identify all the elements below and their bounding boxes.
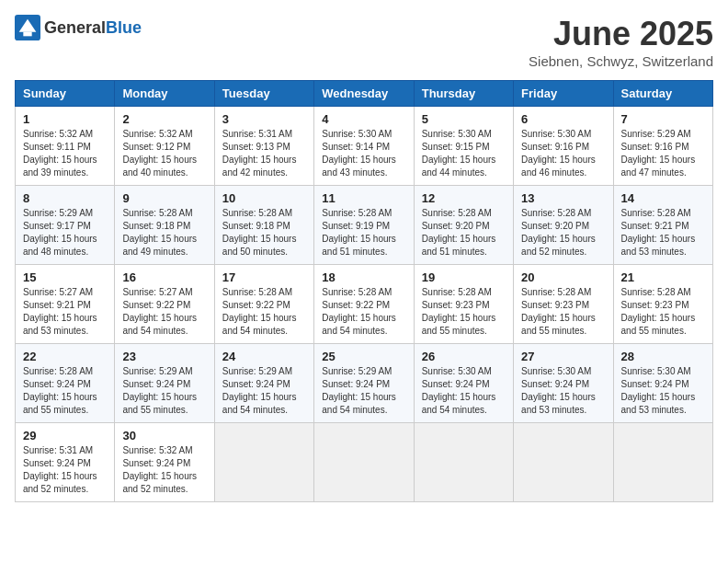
- calendar-cell: 25Sunrise: 5:29 AM Sunset: 9:24 PM Dayli…: [314, 344, 414, 423]
- day-number: 8: [23, 191, 107, 205]
- day-info: Sunrise: 5:31 AM Sunset: 9:24 PM Dayligh…: [23, 444, 107, 496]
- day-info: Sunrise: 5:32 AM Sunset: 9:12 PM Dayligh…: [122, 128, 206, 179]
- day-info: Sunrise: 5:28 AM Sunset: 9:19 PM Dayligh…: [322, 207, 405, 259]
- day-info: Sunrise: 5:27 AM Sunset: 9:21 PM Dayligh…: [23, 286, 107, 338]
- title-area: June 2025 Siebnen, Schwyz, Switzerland: [529, 15, 713, 69]
- day-info: Sunrise: 5:28 AM Sunset: 9:23 PM Dayligh…: [621, 286, 705, 338]
- day-number: 4: [322, 112, 405, 126]
- day-number: 2: [122, 112, 206, 126]
- day-info: Sunrise: 5:30 AM Sunset: 9:14 PM Dayligh…: [322, 128, 405, 179]
- day-number: 16: [122, 270, 206, 284]
- calendar-cell: 29Sunrise: 5:31 AM Sunset: 9:24 PM Dayli…: [16, 423, 115, 502]
- weekday-header-thursday: Thursday: [414, 81, 513, 107]
- day-info: Sunrise: 5:28 AM Sunset: 9:21 PM Dayligh…: [621, 207, 705, 259]
- weekday-header-friday: Friday: [514, 81, 613, 107]
- day-number: 21: [621, 270, 705, 284]
- day-number: 25: [322, 350, 405, 363]
- day-info: Sunrise: 5:28 AM Sunset: 9:22 PM Dayligh…: [322, 286, 405, 338]
- day-number: 19: [422, 270, 506, 284]
- day-number: 14: [621, 191, 705, 205]
- calendar-cell: 16Sunrise: 5:27 AM Sunset: 9:22 PM Dayli…: [115, 265, 214, 344]
- day-info: Sunrise: 5:32 AM Sunset: 9:24 PM Dayligh…: [122, 444, 206, 496]
- calendar-week-row: 29Sunrise: 5:31 AM Sunset: 9:24 PM Dayli…: [16, 423, 713, 502]
- day-number: 9: [122, 191, 206, 205]
- svg-rect-2: [23, 32, 31, 37]
- day-info: Sunrise: 5:29 AM Sunset: 9:24 PM Dayligh…: [222, 365, 306, 417]
- calendar-cell: 26Sunrise: 5:30 AM Sunset: 9:24 PM Dayli…: [414, 344, 513, 423]
- day-number: 13: [521, 191, 605, 205]
- calendar-cell: 24Sunrise: 5:29 AM Sunset: 9:24 PM Dayli…: [214, 344, 313, 423]
- day-number: 22: [23, 350, 107, 363]
- day-info: Sunrise: 5:30 AM Sunset: 9:16 PM Dayligh…: [521, 128, 605, 179]
- month-title: June 2025: [529, 15, 713, 53]
- day-number: 15: [23, 270, 107, 284]
- day-number: 28: [621, 350, 705, 363]
- day-info: Sunrise: 5:30 AM Sunset: 9:15 PM Dayligh…: [422, 128, 506, 179]
- day-info: Sunrise: 5:31 AM Sunset: 9:13 PM Dayligh…: [222, 128, 306, 179]
- weekday-header-tuesday: Tuesday: [214, 81, 313, 107]
- calendar-cell: 7Sunrise: 5:29 AM Sunset: 9:16 PM Daylig…: [613, 107, 712, 186]
- calendar-cell: 5Sunrise: 5:30 AM Sunset: 9:15 PM Daylig…: [414, 107, 513, 186]
- day-number: 18: [322, 270, 405, 284]
- location-title: Siebnen, Schwyz, Switzerland: [529, 53, 713, 69]
- day-info: Sunrise: 5:30 AM Sunset: 9:24 PM Dayligh…: [521, 365, 605, 417]
- day-info: Sunrise: 5:32 AM Sunset: 9:11 PM Dayligh…: [23, 128, 107, 179]
- calendar-cell: 18Sunrise: 5:28 AM Sunset: 9:22 PM Dayli…: [314, 265, 414, 344]
- day-number: 29: [23, 429, 107, 442]
- day-number: 3: [222, 112, 306, 126]
- day-info: Sunrise: 5:28 AM Sunset: 9:23 PM Dayligh…: [521, 286, 605, 338]
- logo: GeneralBlue: [15, 15, 142, 40]
- calendar-cell: 15Sunrise: 5:27 AM Sunset: 9:21 PM Dayli…: [16, 265, 115, 344]
- day-info: Sunrise: 5:28 AM Sunset: 9:18 PM Dayligh…: [222, 207, 306, 259]
- day-number: 6: [521, 112, 605, 126]
- logo-text: GeneralBlue: [44, 18, 142, 38]
- calendar-cell: 30Sunrise: 5:32 AM Sunset: 9:24 PM Dayli…: [115, 423, 214, 502]
- day-info: Sunrise: 5:29 AM Sunset: 9:16 PM Dayligh…: [621, 128, 705, 179]
- calendar-cell: [214, 423, 313, 502]
- day-number: 7: [621, 112, 705, 126]
- day-number: 30: [122, 429, 206, 442]
- calendar-cell: 10Sunrise: 5:28 AM Sunset: 9:18 PM Dayli…: [214, 186, 313, 265]
- day-info: Sunrise: 5:27 AM Sunset: 9:22 PM Dayligh…: [122, 286, 206, 338]
- day-number: 27: [521, 350, 605, 363]
- calendar-cell: 9Sunrise: 5:28 AM Sunset: 9:18 PM Daylig…: [115, 186, 214, 265]
- calendar-cell: 8Sunrise: 5:29 AM Sunset: 9:17 PM Daylig…: [16, 186, 115, 265]
- day-number: 20: [521, 270, 605, 284]
- day-info: Sunrise: 5:28 AM Sunset: 9:22 PM Dayligh…: [222, 286, 306, 338]
- calendar-cell: 17Sunrise: 5:28 AM Sunset: 9:22 PM Dayli…: [214, 265, 313, 344]
- weekday-header-monday: Monday: [115, 81, 214, 107]
- weekday-header-row: SundayMondayTuesdayWednesdayThursdayFrid…: [16, 81, 713, 107]
- day-number: 10: [222, 191, 306, 205]
- calendar-week-row: 8Sunrise: 5:29 AM Sunset: 9:17 PM Daylig…: [16, 186, 713, 265]
- day-info: Sunrise: 5:29 AM Sunset: 9:24 PM Dayligh…: [322, 365, 405, 417]
- day-number: 12: [422, 191, 506, 205]
- weekday-header-wednesday: Wednesday: [314, 81, 414, 107]
- calendar-cell: 27Sunrise: 5:30 AM Sunset: 9:24 PM Dayli…: [514, 344, 613, 423]
- day-info: Sunrise: 5:29 AM Sunset: 9:17 PM Dayligh…: [23, 207, 107, 259]
- calendar-cell: 13Sunrise: 5:28 AM Sunset: 9:20 PM Dayli…: [514, 186, 613, 265]
- calendar-cell: 28Sunrise: 5:30 AM Sunset: 9:24 PM Dayli…: [613, 344, 712, 423]
- day-number: 26: [422, 350, 506, 363]
- weekday-header-saturday: Saturday: [613, 81, 712, 107]
- logo-general: General: [44, 18, 106, 37]
- day-number: 11: [322, 191, 405, 205]
- day-number: 24: [222, 350, 306, 363]
- weekday-header-sunday: Sunday: [16, 81, 115, 107]
- calendar-week-row: 1Sunrise: 5:32 AM Sunset: 9:11 PM Daylig…: [16, 107, 713, 186]
- calendar-cell: 3Sunrise: 5:31 AM Sunset: 9:13 PM Daylig…: [214, 107, 313, 186]
- day-info: Sunrise: 5:28 AM Sunset: 9:24 PM Dayligh…: [23, 365, 107, 417]
- calendar-week-row: 22Sunrise: 5:28 AM Sunset: 9:24 PM Dayli…: [16, 344, 713, 423]
- day-info: Sunrise: 5:29 AM Sunset: 9:24 PM Dayligh…: [122, 365, 206, 417]
- header: GeneralBlue June 2025 Siebnen, Schwyz, S…: [15, 15, 713, 69]
- calendar-cell: 20Sunrise: 5:28 AM Sunset: 9:23 PM Dayli…: [514, 265, 613, 344]
- calendar-cell: 19Sunrise: 5:28 AM Sunset: 9:23 PM Dayli…: [414, 265, 513, 344]
- calendar-cell: [613, 423, 712, 502]
- calendar-cell: 6Sunrise: 5:30 AM Sunset: 9:16 PM Daylig…: [514, 107, 613, 186]
- calendar-cell: [514, 423, 613, 502]
- calendar-cell: [314, 423, 414, 502]
- day-info: Sunrise: 5:30 AM Sunset: 9:24 PM Dayligh…: [422, 365, 506, 417]
- day-number: 5: [422, 112, 506, 126]
- day-info: Sunrise: 5:28 AM Sunset: 9:18 PM Dayligh…: [122, 207, 206, 259]
- day-number: 1: [23, 112, 107, 126]
- calendar-table: SundayMondayTuesdayWednesdayThursdayFrid…: [15, 80, 713, 502]
